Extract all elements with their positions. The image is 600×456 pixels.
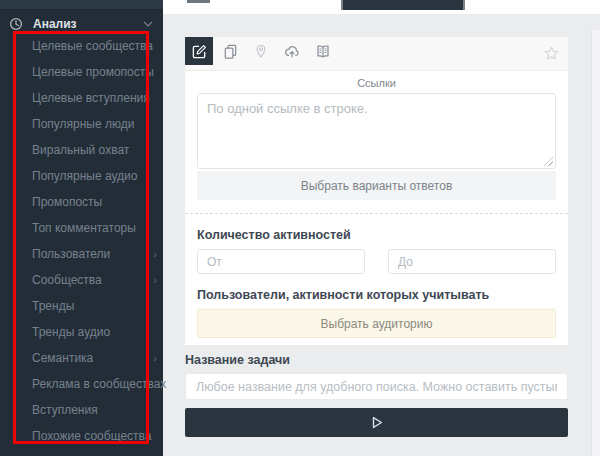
sidebar-item-label: Похожие сообщества: [32, 429, 151, 443]
dashed-divider: [185, 213, 568, 214]
sidebar-item[interactable]: Пользователи ›: [0, 241, 163, 267]
submenu-chevron-icon: ›: [153, 345, 157, 371]
favorite-button[interactable]: [543, 45, 560, 62]
sidebar-item[interactable]: Семантика ›: [0, 345, 163, 371]
sidebar-item-label: Вступления: [32, 403, 98, 417]
top-bar-button[interactable]: [341, 0, 465, 10]
app-root: Анализ Целевые сообщества Целевые промоп…: [0, 0, 600, 456]
sidebar-item[interactable]: Похожие сообщества: [0, 423, 163, 449]
tab-location[interactable]: [247, 37, 275, 65]
sidebar-item-label: Популярные люди: [32, 117, 134, 131]
run-task-button[interactable]: [185, 408, 568, 437]
sidebar-item-label: Топ комментаторы: [32, 221, 136, 235]
cloud-upload-icon: [283, 43, 301, 60]
sidebar-item[interactable]: Популярные аудио: [0, 163, 163, 189]
links-label: Ссылки: [185, 77, 568, 89]
book-icon: [314, 43, 332, 60]
sidebar-item[interactable]: Целевые сообщества: [0, 33, 163, 59]
tab-edit[interactable]: [185, 37, 213, 65]
submenu-chevron-icon: ›: [153, 267, 157, 293]
sidebar-item[interactable]: Целевые вступления: [0, 85, 163, 111]
sidebar-item[interactable]: Виральный охват: [0, 137, 163, 163]
sidebar-item-label: Популярные аудио: [32, 169, 138, 183]
sidebar-item[interactable]: Промопосты: [0, 189, 163, 215]
sidebar-item-label: Промопосты: [32, 195, 102, 209]
sidebar-item-label: Целевые промопосты: [32, 65, 154, 79]
activities-to-input[interactable]: [388, 249, 556, 274]
history-clock-icon: [9, 17, 23, 31]
location-pin-icon: [253, 43, 269, 60]
sidebar-item-label: Тренды аудио: [32, 325, 110, 339]
activities-from-input[interactable]: [197, 249, 365, 274]
sidebar-item[interactable]: Целевые промопосты: [0, 59, 163, 85]
sidebar-item-label: Сообщества: [32, 273, 102, 287]
task-name-label: Название задачи: [185, 353, 290, 367]
task-name-input[interactable]: [185, 373, 568, 400]
sidebar-item-label: Тренды: [32, 299, 74, 313]
sidebar-item[interactable]: Реклама в сообществах: [0, 371, 163, 397]
play-icon: [369, 415, 384, 430]
links-textarea[interactable]: [197, 93, 556, 169]
tab-catalog[interactable]: [309, 37, 337, 65]
sidebar-item-label: Пользователи: [32, 247, 110, 261]
sidebar-item[interactable]: Популярные люди: [0, 111, 163, 137]
adjacent-panel-edge: [591, 30, 600, 456]
sidebar: Анализ Целевые сообщества Целевые промоп…: [0, 0, 163, 456]
choose-answers-button[interactable]: Выбрать варианты ответов: [197, 171, 556, 200]
top-tab-stub[interactable]: [187, 0, 210, 3]
tab-copy[interactable]: [216, 37, 244, 65]
sidebar-item-label: Реклама в сообществах: [32, 377, 166, 391]
sidebar-item[interactable]: Тренды аудио: [0, 319, 163, 345]
edit-icon: [191, 43, 208, 60]
tab-upload[interactable]: [278, 37, 306, 65]
sidebar-item-label: Целевые вступления: [32, 91, 150, 105]
sidebar-item[interactable]: Тренды: [0, 293, 163, 319]
top-bar: [163, 0, 600, 14]
sidebar-section-label: Анализ: [33, 17, 77, 31]
copy-icon: [222, 43, 239, 60]
sidebar-item[interactable]: Топ комментаторы: [0, 215, 163, 241]
sidebar-menu: Целевые сообщества Целевые промопосты Це…: [0, 33, 163, 449]
audience-label: Пользователи, активности которых учитыва…: [197, 288, 556, 302]
star-icon: [543, 45, 560, 62]
activities-count-label: Количество активностей: [197, 228, 556, 242]
sidebar-item-label: Виральный охват: [32, 143, 129, 157]
sidebar-top-item-remnant: [0, 0, 163, 10]
chevron-down-icon: [143, 21, 153, 27]
sidebar-item[interactable]: Вступления: [0, 397, 163, 423]
submenu-chevron-icon: ›: [153, 241, 157, 267]
choose-audience-button[interactable]: Выбрать аудиторию: [197, 309, 556, 338]
card-toolbar: [185, 37, 568, 71]
task-settings-card: Ссылки Выбрать варианты ответов Количест…: [185, 37, 568, 345]
sidebar-item-label: Целевые сообщества: [32, 39, 153, 53]
sidebar-item-label: Семантика: [32, 351, 93, 365]
sidebar-item[interactable]: Сообщества ›: [0, 267, 163, 293]
